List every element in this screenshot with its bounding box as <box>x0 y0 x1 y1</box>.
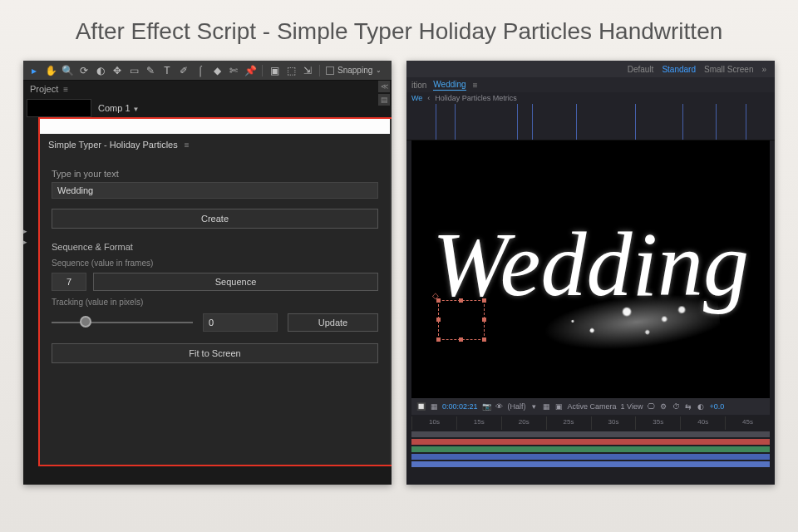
toolbar-divider <box>262 65 263 76</box>
sequence-value-input[interactable] <box>52 273 86 291</box>
workspace-more-icon[interactable]: » <box>761 65 766 74</box>
sequence-button[interactable]: Sequence <box>93 273 378 291</box>
resize-handle[interactable] <box>482 337 486 342</box>
layer-bar[interactable] <box>411 461 770 467</box>
tracking-label: Tracking (value in pixels) <box>52 298 378 307</box>
audio-panel-icon[interactable]: ▤ <box>378 94 390 106</box>
clone-tool-icon[interactable]: ⌠ <box>195 65 206 76</box>
flowchart-icon[interactable]: ⇆ <box>684 402 692 411</box>
roto-tool-icon[interactable]: ✄ <box>228 65 239 76</box>
breadcrumb-sep: ‹ <box>427 94 430 102</box>
time-mark: 15s <box>456 416 501 430</box>
pen-tool-icon[interactable]: ✎ <box>145 65 156 76</box>
type-text-label: Type in your text <box>52 169 378 179</box>
guides-icon[interactable]: ▣ <box>555 402 564 411</box>
layer-bar[interactable] <box>411 446 770 452</box>
workspace-small-screen[interactable]: Small Screen <box>704 65 753 74</box>
rotate-tool-icon[interactable]: ◐ <box>95 65 106 76</box>
grid-icon[interactable]: ▦ <box>543 402 551 411</box>
zoom-tool-icon[interactable]: 🔍 <box>62 65 73 76</box>
transform-gizmo[interactable]: ◇ <box>438 300 485 340</box>
composition-breadcrumb: We ‹ Holiday Particles Metrics <box>406 92 775 104</box>
mask-mode-icon[interactable]: ⬚ <box>285 65 297 76</box>
script-search-bar[interactable] <box>40 119 390 134</box>
selection-tool-icon[interactable]: ▸ <box>28 65 40 76</box>
resize-handle[interactable] <box>482 318 486 322</box>
sequence-frames-label: Sequence (value in frames) <box>52 259 378 268</box>
scrollbar[interactable] <box>390 119 392 465</box>
layer-bar[interactable] <box>411 454 770 460</box>
resize-handle[interactable] <box>459 337 463 342</box>
resize-handle[interactable] <box>436 318 441 322</box>
channel-icon[interactable]: ▾ <box>530 402 539 411</box>
fit-to-screen-button[interactable]: Fit to Screen <box>52 343 378 363</box>
time-mark: 25s <box>546 416 591 430</box>
timeline-layers <box>411 431 770 467</box>
script-panel-highlight: Simple Typer - Holiday Particles ≡ Type … <box>38 117 392 466</box>
layer-bar[interactable] <box>411 431 770 437</box>
axis-icon[interactable]: ⇲ <box>302 65 313 76</box>
snapping-toggle[interactable]: Snapping ⌄ <box>326 66 382 75</box>
composition-viewer[interactable]: Wedding ◇ <box>411 140 770 398</box>
resize-handle[interactable] <box>436 337 441 342</box>
exposure-reset-icon[interactable]: ◐ <box>697 402 705 411</box>
ae-toolbar: ▸ ✋ 🔍 ⟳ ◐ ✥ ▭ ✎ T ✐ ⌠ ◆ ✄ 📌 ▣ ⬚ ⇲ Snappi… <box>23 61 392 81</box>
time-ruler[interactable] <box>406 104 775 140</box>
fast-preview-icon[interactable]: ⚙ <box>659 402 667 411</box>
anchor-tool-icon[interactable]: ✥ <box>111 65 123 76</box>
viewer-controls: 🔲 ▦ 0:00:02:21 📷 👁 (Half) ▾ ▦ ▣ Active C… <box>411 398 770 415</box>
sequence-section-label: Sequence & Format <box>52 242 378 252</box>
right-panel: Default Standard Small Screen » ition We… <box>406 61 775 485</box>
shape-tool-icon[interactable]: ▭ <box>128 65 140 76</box>
layer-bar[interactable] <box>411 439 770 445</box>
resolution-icon[interactable]: ▦ <box>430 402 438 411</box>
pixel-aspect-icon[interactable]: 🖵 <box>647 402 655 411</box>
update-button[interactable]: Update <box>288 313 378 332</box>
breadcrumb-item[interactable]: Holiday Particles Metrics <box>435 94 517 102</box>
workspace-standard[interactable]: Standard <box>662 65 696 74</box>
timeline-icon[interactable]: ⏱ <box>672 402 680 411</box>
workspace-switcher: Default Standard Small Screen » <box>406 61 775 77</box>
panel-menu-icon[interactable]: ≡ <box>185 140 190 150</box>
time-mark: 10s <box>411 416 456 430</box>
chevron-right-icon[interactable]: ▸ <box>23 238 27 246</box>
resolution-dropdown[interactable]: (Half) <box>508 402 526 411</box>
magnify-icon[interactable]: 🔲 <box>416 402 426 411</box>
exposure-value[interactable]: +0.0 <box>709 402 724 411</box>
slider-thumb-icon[interactable] <box>80 316 91 328</box>
panel-menu-icon[interactable]: ≡ <box>63 85 68 94</box>
snapshot-icon[interactable]: 📷 <box>482 402 491 411</box>
resize-handle[interactable] <box>459 298 463 303</box>
tracking-slider[interactable] <box>52 315 193 330</box>
checkbox-icon <box>326 66 334 75</box>
panel-menu-icon[interactable]: ≡ <box>473 81 478 90</box>
project-panel-tab[interactable]: Project ≡ <box>23 81 392 97</box>
text-tool-icon[interactable]: T <box>161 65 173 76</box>
show-snapshot-icon[interactable]: 👁 <box>495 402 504 411</box>
orbit-tool-icon[interactable]: ⟳ <box>78 65 90 76</box>
current-time[interactable]: 0:00:02:21 <box>442 402 478 411</box>
script-panel-title: Simple Typer - Holiday Particles ≡ <box>40 135 390 154</box>
create-button[interactable]: Create <box>52 209 378 229</box>
workspace-default[interactable]: Default <box>628 65 654 74</box>
timeline-axis[interactable]: 10s 15s 20s 25s 30s 35s 40s 45s <box>411 416 770 430</box>
project-item-row[interactable]: Comp 1 <box>23 97 392 119</box>
info-panel-icon[interactable]: ≪ <box>378 81 390 92</box>
comp-tab-prefix: ition <box>411 81 426 90</box>
shape-fill-icon[interactable]: ▣ <box>268 65 280 76</box>
puppet-tool-icon[interactable]: 📌 <box>244 65 256 76</box>
brush-tool-icon[interactable]: ✐ <box>178 65 190 76</box>
text-input[interactable] <box>52 182 378 199</box>
slider-track <box>52 322 193 323</box>
tracking-value-input[interactable] <box>203 313 278 332</box>
eraser-tool-icon[interactable]: ◆ <box>211 65 223 76</box>
camera-dropdown[interactable]: Active Camera <box>568 402 617 411</box>
chevron-right-icon[interactable]: ▸ <box>23 227 27 235</box>
views-dropdown[interactable]: 1 View <box>621 402 643 411</box>
resize-handle[interactable] <box>482 298 486 303</box>
collapsed-side-panels: ▸ ▸ <box>23 227 27 246</box>
hand-tool-icon[interactable]: ✋ <box>45 65 57 76</box>
resize-handle[interactable] <box>436 298 441 303</box>
comp-tab-active[interactable]: Wedding <box>433 80 466 91</box>
breadcrumb-root[interactable]: We <box>411 94 422 102</box>
